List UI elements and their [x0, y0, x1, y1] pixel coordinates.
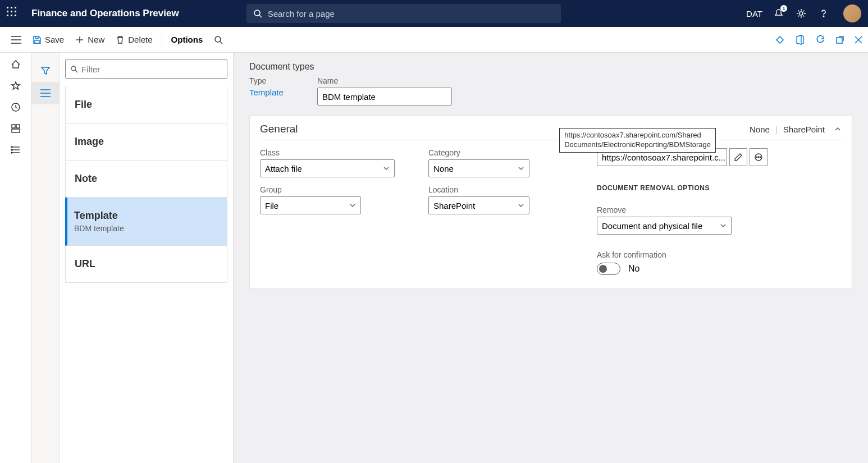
list-item-label: File [75, 99, 92, 110]
location-label: Location [428, 185, 563, 194]
filter-rail [31, 53, 60, 463]
category-label: Category [428, 148, 563, 157]
company-code[interactable]: DAT [746, 9, 762, 19]
nav-recent-icon[interactable] [11, 102, 21, 112]
class-select[interactable]: Attach file [260, 159, 395, 177]
svg-point-9 [254, 10, 260, 16]
svg-rect-0 [7, 7, 8, 8]
list-panel: File Image Note Template BDM template UR… [60, 53, 234, 463]
list-item-template[interactable]: Template BDM template [65, 198, 227, 246]
find-button[interactable] [208, 33, 229, 47]
svg-point-41 [758, 157, 759, 158]
pivot-none[interactable]: None [750, 125, 770, 134]
remove-select[interactable]: Document and physical file [597, 217, 732, 235]
svg-rect-21 [837, 38, 842, 43]
help-icon[interactable] [817, 7, 830, 20]
save-button[interactable]: Save [27, 33, 70, 47]
app-launcher-icon[interactable] [7, 7, 20, 20]
new-label: New [88, 35, 104, 44]
type-label: Type [249, 76, 284, 85]
chevron-down-icon [518, 202, 524, 209]
general-card: General None | SharePoint Class Attach f… [249, 116, 852, 289]
attachments-icon[interactable] [775, 35, 785, 45]
new-button[interactable]: New [70, 33, 110, 47]
category-select[interactable]: None [428, 159, 529, 177]
nav-modules-icon[interactable] [11, 145, 21, 155]
app-title: Finance and Operations Preview [31, 8, 179, 19]
group-label: Group [260, 185, 395, 194]
options-button[interactable]: Options [166, 33, 209, 47]
svg-rect-2 [15, 7, 16, 8]
list-item-label: URL [75, 258, 95, 269]
sharepoint-tooltip: https://contosoax7.sharepoint.com/Shared… [559, 128, 716, 153]
type-link[interactable]: Template [249, 88, 284, 97]
collapse-icon[interactable] [834, 125, 842, 133]
svg-rect-4 [11, 11, 12, 12]
chevron-down-icon [349, 202, 356, 209]
refresh-icon[interactable] [815, 35, 825, 45]
svg-rect-26 [16, 125, 20, 128]
edit-icon[interactable] [729, 148, 747, 166]
name-input[interactable] [317, 88, 452, 106]
close-icon[interactable] [855, 36, 862, 44]
remove-label: Remove [597, 205, 842, 214]
name-label: Name [317, 76, 452, 85]
search-placeholder: Search for a page [268, 9, 335, 19]
nav-workspaces-icon[interactable] [11, 123, 21, 134]
filter-funnel-icon[interactable] [31, 59, 59, 82]
svg-rect-25 [12, 125, 15, 128]
nav-home-icon[interactable] [11, 59, 21, 70]
location-value: SharePoint [433, 201, 475, 210]
svg-point-31 [11, 146, 12, 148]
group-select[interactable]: File [260, 196, 361, 214]
popout-icon[interactable] [835, 35, 844, 44]
remove-value: Document and physical file [602, 221, 702, 231]
title-bar: Finance and Operations Preview Search fo… [0, 0, 868, 27]
svg-point-33 [11, 152, 12, 153]
svg-rect-16 [35, 40, 39, 43]
svg-rect-5 [15, 11, 16, 12]
class-value: Attach file [265, 164, 302, 173]
filter-input[interactable] [81, 65, 222, 74]
svg-point-19 [215, 36, 221, 42]
user-avatar[interactable] [843, 4, 861, 22]
svg-rect-27 [12, 129, 20, 132]
svg-line-20 [220, 42, 222, 44]
office-icon[interactable] [795, 35, 805, 45]
list-item-label: Note [75, 173, 97, 184]
list-filter[interactable] [65, 59, 227, 79]
svg-point-32 [11, 149, 12, 150]
notifications-icon[interactable]: 1 [773, 7, 785, 20]
nav-favorites-icon[interactable] [11, 81, 21, 91]
navigation-rail [0, 53, 31, 463]
list-item-label: Image [75, 136, 104, 147]
list-item-file[interactable]: File [65, 86, 227, 123]
delete-button[interactable]: Delete [110, 33, 158, 47]
svg-rect-1 [11, 7, 12, 8]
svg-point-42 [760, 157, 761, 158]
filter-list-icon[interactable] [31, 82, 59, 104]
trash-icon [116, 35, 125, 44]
svg-rect-3 [7, 11, 8, 12]
svg-rect-7 [11, 15, 12, 16]
notification-badge: 1 [780, 5, 787, 12]
chevron-down-icon [518, 165, 524, 172]
more-icon[interactable] [750, 148, 768, 166]
ask-confirmation-toggle[interactable] [597, 263, 620, 275]
list-item-note[interactable]: Note [65, 161, 227, 198]
plus-icon [75, 35, 84, 44]
category-value: None [433, 164, 454, 173]
group-value: File [265, 201, 278, 210]
list-item-image[interactable]: Image [65, 123, 227, 161]
nav-toggle-icon[interactable] [6, 36, 27, 44]
list-item-url[interactable]: URL [65, 246, 227, 283]
svg-line-10 [259, 15, 262, 17]
settings-icon[interactable] [795, 7, 807, 20]
delete-label: Delete [128, 35, 152, 44]
list-item-label: Template [74, 210, 118, 221]
class-label: Class [260, 148, 395, 157]
location-select[interactable]: SharePoint [428, 196, 529, 214]
main-panel: Document types Type Template Name Genera… [234, 53, 868, 463]
pivot-sharepoint[interactable]: SharePoint [783, 125, 825, 134]
global-search[interactable]: Search for a page [246, 4, 561, 23]
